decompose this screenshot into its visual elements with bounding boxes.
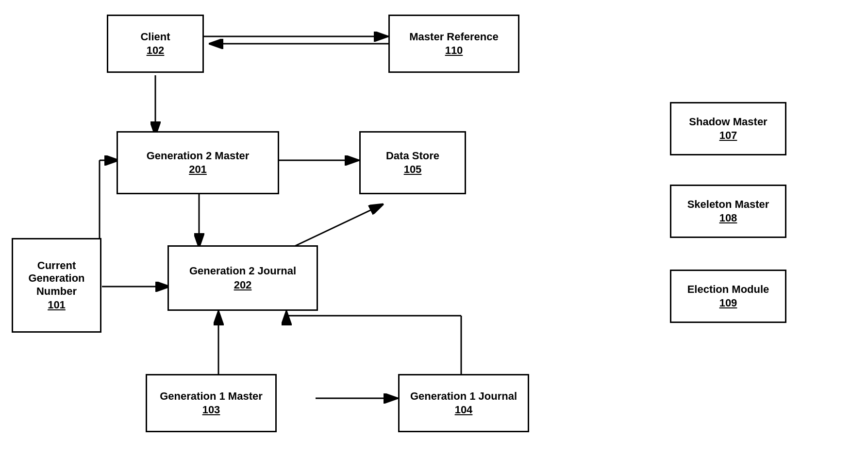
client-label: Client (140, 31, 170, 43)
skeleton-master-label: Skeleton Master (687, 198, 769, 211)
generation2-journal-node: Generation 2 Journal 202 (167, 245, 318, 311)
skeleton-master-id: 108 (719, 212, 737, 224)
current-generation-number-id: 101 (48, 299, 66, 311)
generation1-master-id: 103 (202, 404, 220, 416)
generation1-master-label: Generation 1 Master (160, 390, 263, 403)
shadow-master-id: 107 (719, 129, 737, 142)
election-module-label: Election Module (687, 283, 769, 296)
skeleton-master-node: Skeleton Master 108 (670, 185, 786, 238)
generation2-master-node: Generation 2 Master 201 (117, 131, 279, 194)
generation1-journal-id: 104 (455, 404, 473, 416)
current-generation-number-node: Current Generation Number 101 (12, 238, 101, 333)
client-node: Client 102 (107, 15, 204, 73)
current-generation-number-label: Current Generation Number (19, 259, 94, 298)
master-reference-node: Master Reference 110 (388, 15, 519, 73)
generation2-master-id: 201 (189, 163, 207, 176)
shadow-master-node: Shadow Master 107 (670, 102, 786, 155)
generation1-journal-node: Generation 1 Journal 104 (398, 374, 529, 432)
master-reference-id: 110 (445, 44, 463, 57)
client-id: 102 (147, 44, 165, 57)
generation2-journal-id: 202 (234, 279, 252, 291)
generation1-master-node: Generation 1 Master 103 (146, 374, 277, 432)
generation1-journal-label: Generation 1 Journal (410, 390, 517, 403)
shadow-master-label: Shadow Master (689, 116, 767, 128)
election-module-id: 109 (719, 297, 737, 309)
data-store-node: Data Store 105 (359, 131, 466, 194)
election-module-node: Election Module 109 (670, 270, 786, 323)
data-store-id: 105 (404, 163, 422, 176)
data-store-label: Data Store (386, 150, 439, 162)
master-reference-label: Master Reference (409, 31, 498, 43)
diagram-container: Master Reference (bidirectional) --> Cli… (0, 0, 868, 475)
svg-line-10 (291, 204, 384, 248)
generation2-master-label: Generation 2 Master (147, 150, 250, 162)
generation2-journal-label: Generation 2 Journal (189, 265, 296, 277)
